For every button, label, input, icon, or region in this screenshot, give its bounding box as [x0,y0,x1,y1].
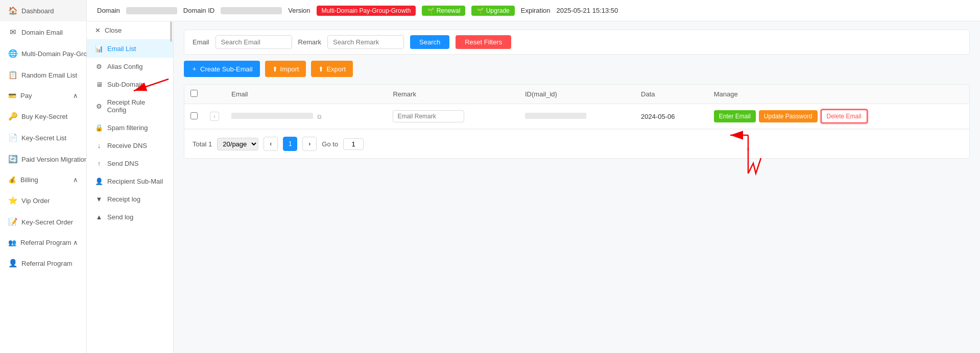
col-header-expand [204,85,225,104]
page-1-button[interactable]: 1 [283,137,297,151]
content-wrapper: ✕ Close 📊 Email List ⚙ Alias Config 🖥 Su… [87,21,980,353]
sidebar-item-domain-email[interactable]: ✉ Domain Email [0,21,86,43]
random-email-icon: 📋 [8,70,17,80]
dashboard-icon: 🏠 [8,6,17,15]
sidebar-item-referral-program[interactable]: 👥 Referral Program ∧ [0,233,86,253]
sidebar-item-dashboard[interactable]: 🏠 Dashboard [0,0,86,21]
bar-chart-icon: 📊 [95,45,103,53]
vip-icon: ⭐ [8,196,17,205]
total-count: Total 1 [193,140,212,148]
expiration-value: 2025-05-21 15:13:50 [557,7,618,14]
sidebar2-item-send-dns[interactable]: ↑ Send DNS [87,155,173,172]
search-button[interactable]: Search [410,35,449,49]
sidebar2-item-receipt-log[interactable]: ▼ Receipt log [87,190,173,208]
goto-label: Go to [322,140,338,148]
sidebar-item-paid-migration[interactable]: 🔄 Paid Version Migration [0,148,86,170]
send-log-icon: ▲ [95,213,103,221]
mail-id-value [525,113,586,119]
renewal-icon: 🌱 [427,7,435,14]
send-dns-icon: ↑ [95,160,103,167]
col-header-email: Email [225,85,387,104]
chevron-up-icon: ∧ [73,92,78,99]
alias-icon: ⚙ [95,63,103,70]
enter-email-button[interactable]: Enter Email [714,110,756,122]
sidebar-item-random-email[interactable]: 📋 Random Email List [0,64,86,86]
manage-buttons: Enter Email Update Password Delete Email [714,109,963,123]
col-header-id: ID(mail_id) [519,85,635,104]
order-icon: 📝 [8,217,17,226]
multi-domain-icon: 🌐 [8,49,17,58]
table-row: › ⧉ [184,104,969,129]
renewal-badge: 🌱 Renewal [422,6,465,16]
col-header-checkbox [184,85,204,104]
remark-input[interactable] [393,110,464,122]
email-table: Email Remark ID(mail_id) Data [184,85,969,129]
topbar: Domain Domain ID Version Multi-Domain Pa… [87,0,980,21]
sidebar2-item-recipient-sub[interactable]: 👤 Recipient Sub-Mail [87,172,173,190]
email-value [231,113,313,119]
row-checkbox[interactable] [190,112,198,119]
close-icon: ✕ [95,27,101,34]
row-checkbox-cell [184,104,204,129]
pay-icon: 💳 [8,92,16,99]
delete-email-button[interactable]: Delete Email [821,109,868,123]
copy-email-icon[interactable]: ⧉ [317,113,322,120]
sidebar-item-referral-program2[interactable]: 👤 Referral Program [0,253,86,274]
main-area: Domain Domain ID Version Multi-Domain Pa… [87,0,980,353]
billing-icon: 💰 [8,176,16,184]
pagination: Total 1 20/page ‹ 1 › Go to [184,129,969,158]
domain-label: Domain [97,7,120,14]
sidebar-item-pay[interactable]: 💳 Pay ∧ [0,86,86,106]
select-all-checkbox[interactable] [190,90,198,97]
scrollbar-handle [170,21,172,42]
referral-icon: 👥 [8,239,16,246]
sidebar-item-key-secret-list[interactable]: 📄 Key-Secret List [0,127,86,148]
create-sub-email-button[interactable]: ＋ Create Sub-Email [184,61,260,77]
expiration-label: Expiration [521,7,551,14]
sub-domain-icon: 🖥 [95,81,103,88]
sidebar2-item-alias-config[interactable]: ⚙ Alias Config [87,58,173,75]
sidebar2-item-email-list[interactable]: 📊 Email List [87,40,173,58]
close-button[interactable]: ✕ Close [87,21,173,40]
remark-filter-input[interactable] [327,35,404,49]
action-bar: ＋ Create Sub-Email ⬆ Import ⬆ Export [184,61,970,77]
sidebar-item-key-secret-order[interactable]: 📝 Key-Secret Order [0,211,86,233]
reset-filters-button[interactable]: Reset Filters [456,35,511,49]
sidebar-item-buy-key-secret[interactable]: 🔑 Buy Key-Secret [0,106,86,127]
next-page-button[interactable]: › [302,137,317,151]
page-size-select[interactable]: 20/page [217,138,258,150]
expand-row-button[interactable]: › [210,112,219,121]
migration-icon: 🔄 [8,155,17,164]
plus-icon: ＋ [191,64,198,73]
email-filter-input[interactable] [216,35,292,49]
sidebar2-item-send-log[interactable]: ▲ Send log [87,208,173,226]
sidebar2-item-receipt-rule[interactable]: ⚙ Receipt Rule Config [87,93,173,119]
goto-input[interactable] [343,138,364,150]
receipt-log-icon: ▼ [95,195,103,203]
page-content: Email Remark Search Reset Filters ＋ Crea… [174,21,980,353]
sidebar2-item-spam-filter[interactable]: 🔒 Spam filtering [87,119,173,137]
upgrade-badge[interactable]: 🌱 Upgrade [471,6,514,16]
row-remark-cell [387,104,519,129]
sidebar2-item-sub-domain[interactable]: 🖥 Sub-Domain [87,75,173,93]
sidebar-item-billing[interactable]: 💰 Billing ∧ [0,170,86,190]
prev-page-button[interactable]: ‹ [264,137,278,151]
left-sidebar: 🏠 Dashboard ✉ Domain Email 🌐 Multi-Domai… [0,0,87,353]
chevron-up-icon-billing: ∧ [73,176,78,184]
row-manage-cell: Enter Email Update Password Delete Email [708,104,969,129]
import-button[interactable]: ⬆ Import [265,61,306,77]
email-filter-label: Email [193,38,209,46]
sidebar-item-vip-order[interactable]: ⭐ Vip Order [0,190,86,211]
upload-icon: ⬆ [272,65,278,73]
update-password-button[interactable]: Update Password [759,110,818,122]
row-id-cell [519,104,635,129]
export-button[interactable]: ⬆ Export [311,61,353,77]
col-header-remark: Remark [387,85,519,104]
row-email-cell: ⧉ [225,104,387,129]
domain-id-value [221,7,282,14]
row-expand-cell: › [204,104,225,129]
sidebar-item-multi-domain[interactable]: 🌐 Multi-Domain Pay-Group [0,43,86,64]
filter-bar: Email Remark Search Reset Filters [184,30,970,55]
sidebar2-item-receive-dns[interactable]: ↓ Receive DNS [87,137,173,155]
domain-email-icon: ✉ [8,28,17,37]
